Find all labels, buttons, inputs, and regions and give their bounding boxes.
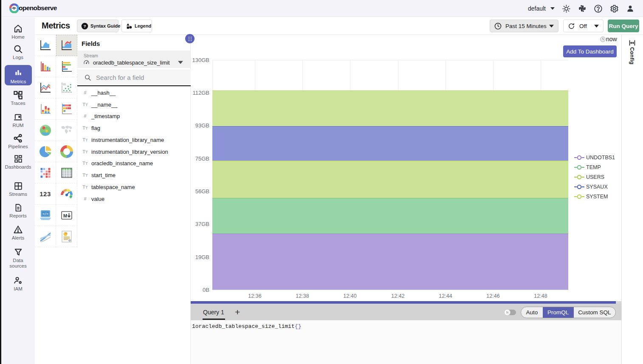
- svg-text:?: ?: [83, 24, 86, 28]
- svg-text:M: M: [63, 213, 67, 218]
- svg-text:</>: </>: [42, 212, 48, 216]
